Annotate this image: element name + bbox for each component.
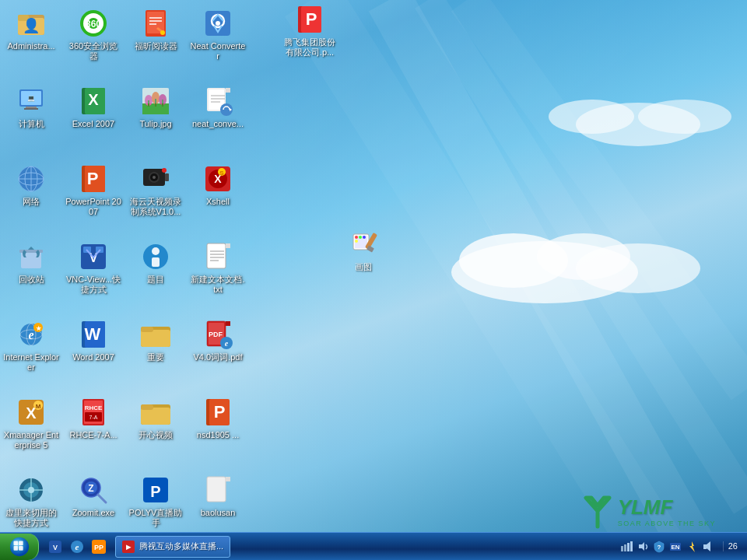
svg-line-7	[389, 0, 700, 560]
icon-neat-conv-file[interactable]: neat_conve...	[187, 82, 249, 160]
svg-point-82	[152, 247, 160, 255]
icon-xshell[interactable]: X S Xshell	[187, 160, 249, 238]
icon-v40-pdf[interactable]: PDF e V4.0词词.pdf	[187, 316, 249, 394]
active-item-icon: ▶	[122, 541, 135, 553]
svg-rect-106	[226, 321, 230, 326]
tray-audio-icon[interactable]	[636, 540, 650, 554]
svg-line-8	[428, 0, 747, 506]
icon-paint[interactable]: 画图	[348, 229, 379, 272]
svg-rect-138	[226, 477, 230, 481]
svg-point-1	[459, 233, 568, 288]
icon-vnc-viewer-label: VNC-View...快捷方式	[65, 275, 121, 295]
svg-rect-154	[19, 546, 23, 551]
icon-neat-converter-label: Neat Converter	[190, 41, 246, 61]
svg-rect-102	[141, 327, 153, 332]
icon-polyv-label: POLYV直播助手	[128, 508, 184, 528]
svg-rect-120	[141, 408, 170, 425]
icon-xmanager-label: Xmanager Enterprise 5	[3, 430, 59, 450]
start-button[interactable]	[0, 534, 39, 560]
svg-rect-45	[142, 88, 169, 103]
icon-powerpoint2007-label: PowerPoint 2007	[65, 197, 121, 217]
tray-power-icon[interactable]	[685, 540, 699, 554]
icon-excel2007[interactable]: X Excel 2007	[62, 82, 124, 160]
quicklaunch-vnc[interactable]: V	[45, 537, 65, 557]
quick-launch: V e PP	[42, 537, 112, 557]
svg-rect-170	[703, 544, 707, 549]
clock[interactable]: 26	[723, 541, 742, 551]
icon-network-label: 网络	[23, 197, 40, 207]
svg-rect-152	[19, 541, 23, 545]
svg-point-69	[162, 168, 167, 173]
svg-text:EN: EN	[671, 544, 679, 551]
icon-nsd1905[interactable]: P nsd1905 ...	[187, 394, 249, 471]
icon-fuyinreader[interactable]: 福昕阅读器	[124, 5, 187, 82]
tray-network-icon[interactable]	[619, 540, 633, 554]
icon-ie-label: Internet Explorer	[3, 352, 59, 373]
icon-tulip-label: Tulip.jpg	[139, 119, 171, 129]
active-item-label: 腾视互动多媒体直播...	[139, 541, 223, 552]
svg-point-146	[363, 236, 366, 239]
icon-ie[interactable]: e ★ Internet Explorer	[0, 316, 62, 394]
svg-rect-49	[226, 88, 230, 93]
icon-nsd1905-label: nsd1905 ...	[197, 430, 239, 440]
system-tray: ? EN	[619, 540, 747, 554]
tray-language-icon[interactable]: EN	[668, 540, 682, 554]
icon-important-folder[interactable]: 重要	[124, 316, 187, 394]
icon-important-folder-label: 重要	[147, 352, 164, 362]
svg-text:Z: Z	[88, 483, 93, 494]
svg-point-2	[537, 233, 630, 280]
quicklaunch-ie[interactable]: e	[67, 537, 87, 557]
svg-point-27	[216, 21, 220, 26]
svg-point-24	[160, 30, 165, 35]
svg-text:PP: PP	[94, 544, 103, 551]
icon-vnc-viewer[interactable]: V VNC-View...快捷方式	[62, 238, 124, 316]
icon-computer[interactable]: 💻 计算机	[0, 82, 62, 160]
svg-point-3	[576, 243, 700, 293]
tray-speaker-icon[interactable]	[701, 540, 715, 554]
svg-text:P: P	[150, 483, 160, 500]
svg-rect-163	[621, 546, 623, 551]
svg-text:P: P	[214, 402, 226, 422]
icon-new-text[interactable]: 新建文本文档.txt	[187, 238, 249, 316]
svg-text:PDF: PDF	[209, 331, 223, 338]
icon-administrator[interactable]: 👤 Administra...	[0, 5, 62, 82]
icon-haiyun-video[interactable]: 海云天视频录制系统V1.0...	[124, 160, 187, 238]
icon-computer-label: 计算机	[19, 119, 44, 129]
svg-text:★: ★	[36, 325, 42, 332]
icon-tulip[interactable]: Tulip.jpg	[124, 82, 187, 160]
svg-point-0	[451, 241, 638, 303]
icon-neat-converter[interactable]: Neat Converter	[187, 5, 249, 82]
tray-security-icon[interactable]: ?	[652, 540, 666, 554]
svg-point-129	[28, 487, 34, 493]
icon-powerpoint2007[interactable]: P PowerPoint 2007	[62, 160, 124, 238]
svg-text:P: P	[87, 169, 99, 188]
svg-rect-86	[226, 243, 230, 248]
taskbar-active-item[interactable]: ▶ 腾视互动多媒体直播...	[115, 536, 230, 558]
logo-slogan: SOAR ABOVE THE SKY	[618, 520, 716, 527]
svg-rect-153	[13, 546, 18, 551]
icon-word2007[interactable]: W Word 2007	[62, 316, 124, 394]
svg-text:?: ?	[657, 544, 661, 551]
icon-rhce7[interactable]: RHCE 7-A RHCE-7-A...	[62, 394, 124, 471]
svg-line-133	[98, 495, 106, 502]
icon-topics-label: 题目	[147, 275, 164, 285]
icon-xmanager[interactable]: X M Xmanager Enterprise 5	[0, 394, 62, 471]
clock-time: 26	[728, 541, 738, 551]
icon-network[interactable]: 网络	[0, 160, 62, 238]
svg-text:RHCE: RHCE	[85, 404, 103, 411]
icon-baolusan-label: baolusan	[201, 508, 236, 518]
logo-text: YLMF	[618, 495, 716, 520]
svg-point-6	[549, 100, 634, 134]
icon-topics[interactable]: 题目	[124, 238, 187, 316]
svg-rect-84	[207, 243, 226, 268]
icon-recycle[interactable]: 回收站	[0, 238, 62, 316]
icon-360browser-label: 360安全浏览器	[65, 41, 121, 61]
icon-open-video[interactable]: 开心视频	[124, 394, 187, 471]
svg-rect-68	[165, 173, 169, 181]
icon-360browser[interactable]: 360 360安全浏览器	[62, 5, 124, 82]
svg-text:▶: ▶	[126, 544, 132, 551]
desktop-icon-grid: 👤 Administra... 360 360安全浏览器	[0, 0, 249, 554]
icon-tengfei[interactable]: P 腾飞集团股份 有限公司.p...	[284, 4, 335, 58]
icon-rhce7-label: RHCE-7-A...	[69, 430, 117, 440]
quicklaunch-ppvv[interactable]: PP	[89, 537, 109, 557]
